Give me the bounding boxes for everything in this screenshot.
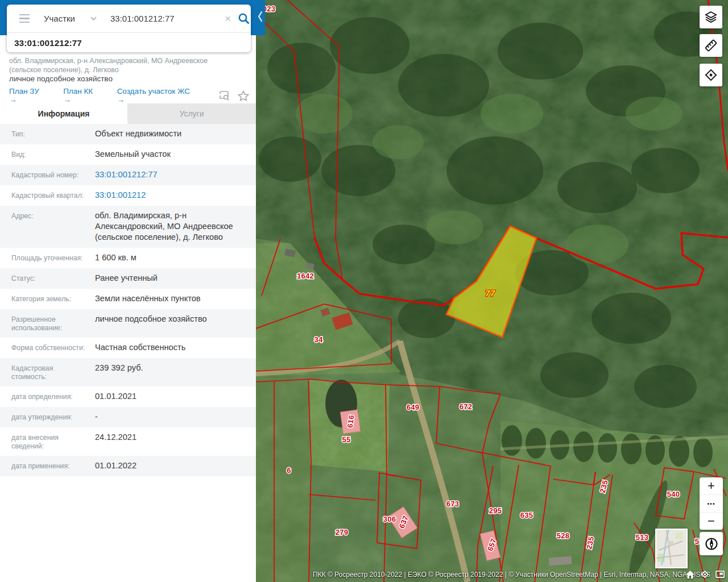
zoom-more-button[interactable]: ••• [700,494,723,513]
zoom-controls: + ••• − [700,477,723,530]
detail-label: Категория земель: [11,289,95,309]
detail-value: Земельный участок [95,144,247,165]
search-icon[interactable] [238,13,250,25]
detail-row: Статус:Ранее учтенный [0,268,256,289]
search-result-item[interactable]: 33:01:001212:77 [7,33,251,48]
map-canvas[interactable]: 0231642346165564967277667330663727929563… [256,0,728,582]
search-category[interactable]: Участки [44,14,75,23]
chevron-down-icon[interactable] [90,16,97,20]
detail-row: дата определения:01.01.2021 [0,386,256,407]
detail-row: Площадь уточненная:1 600 кв. м [0,248,256,268]
detail-row: Разрешенное использование:личное подсобн… [0,309,256,338]
detail-label: Кадастровый номер: [11,165,95,185]
compass-button[interactable] [700,532,723,555]
parcel-label: 672 [460,402,473,411]
create-parcel-link[interactable]: Создать участок ЖС → [117,87,194,104]
detail-value: Частная собственность [95,338,247,358]
detail-value: обл. Владимирская, р-н Александровский, … [95,206,247,248]
detail-value: - [95,407,247,427]
detail-row: дата утверждения:- [0,407,256,427]
detail-label: дата определения: [11,387,95,406]
favorite-star-icon[interactable] [238,90,249,101]
detail-value: личное подсобное хозяйство [95,309,247,330]
home-icon[interactable] [686,571,694,579]
detail-value: 24.12.2021 [95,427,247,448]
detail-label: Кадастровая стоимость: [11,359,95,386]
locate-object-button[interactable] [700,64,722,86]
parcel-label: 649 [407,403,420,411]
minimap[interactable] [655,529,688,568]
shed [549,556,572,566]
detail-row: Кадастровая стоимость:239 392 руб. [0,358,256,386]
detail-row: Вид:Земельный участок [0,144,256,165]
map-attribution: ПКК © Росреестр 2010-2022 | ЕЭКО © Росре… [313,571,710,579]
plan-kk-link[interactable]: План КК → [63,87,100,104]
parcel-label: 540 [667,490,680,498]
panel-tabs: Информация Услуги [0,103,256,124]
result-usage: личное подсобное хозяйство [9,74,113,83]
detail-label: Статус: [11,269,95,288]
detail-label: Тип: [11,124,95,144]
detail-label: дата утверждения: [11,408,95,427]
detail-value: 1 600 кв. м [95,248,247,268]
detail-value: 01.01.2021 [95,386,247,407]
detail-row: Кадастровый квартал:33:01:001212 [0,185,256,206]
detail-row: Форма собственности:Частная собственност… [0,338,256,358]
search-card: Участки × 33:01:001212:77 [7,5,251,52]
search-input[interactable] [109,13,225,24]
parcel-label: 306 [383,515,396,523]
detail-value-link[interactable]: 33:01:001212:77 [95,165,247,185]
zoom-out-button[interactable]: − [700,513,723,530]
parcel-label: 616 [346,414,356,428]
parcel-label: 34 [314,335,323,344]
detail-label: дата применения: [11,456,95,476]
parcel-label: 673 [446,500,460,508]
measure-button[interactable] [700,34,722,57]
parcel-label: 635 [520,511,533,519]
detail-label: Адрес: [11,206,95,226]
action-links: План ЗУ → План КК → Создать участок ЖС → [9,87,249,104]
details-table: Тип:Объект недвижимостиВид:Земельный уча… [0,124,256,476]
detail-label: Разрешенное использование: [11,310,95,338]
detail-label: Кадастровый квартал: [11,186,95,205]
menu-icon[interactable] [19,14,30,23]
detail-label: Площадь уточненная: [11,248,95,268]
tab-information[interactable]: Информация [0,103,127,124]
parcel-label: 55 [342,435,350,444]
detail-label: дата внесения сведений: [11,428,95,456]
detail-row: Кадастровый номер:33:01:001212:77 [0,165,256,185]
detail-value: Земли населённых пунктов [95,289,247,309]
plan-zu-link[interactable]: План ЗУ → [9,87,46,104]
detail-value-link[interactable]: 33:01:001212 [95,185,247,206]
parcel-label: 279 [336,528,349,537]
parcel-label: 513 [636,533,649,542]
detail-value: Ранее учтенный [95,268,247,289]
layers-button[interactable] [700,6,722,28]
detail-row: дата внесения сведений:24.12.2021 [0,427,256,456]
detail-value: 239 392 руб. [95,358,247,379]
fullscreen-icon[interactable] [715,571,725,578]
detail-row: Категория земель:Земли населённых пункто… [0,289,256,309]
detail-value: 01.01.2022 [95,456,247,476]
detail-row: дата применения:01.01.2022 [0,456,256,476]
info-panel: обл. Владимирская, р-н Александровский, … [0,0,256,582]
zoom-in-button[interactable]: + [700,477,723,494]
detail-label: Вид: [11,145,95,164]
collapse-panel-button[interactable] [256,8,264,25]
parcel-label: 1642 [297,272,314,280]
parcel-label: 6 [287,466,291,475]
parcel-label: 528 [557,531,570,540]
detail-label: Форма собственности: [11,338,95,357]
selected-parcel-label: 77 [485,288,495,298]
satellite-map[interactable]: 0231642346165564967277667330663727929563… [256,0,728,582]
detail-row: Адрес:обл. Владимирская, р-н Александров… [0,206,256,248]
preview-document-icon[interactable] [219,90,230,101]
tab-services[interactable]: Услуги [127,103,256,124]
result-address: обл. Владимирская, р-н Александровский, … [9,57,239,74]
position-marker-icon[interactable] [701,570,709,579]
detail-value: Объект недвижимости [95,124,247,144]
detail-row: Тип:Объект недвижимости [0,124,256,144]
parcel-label: 295 [489,506,502,515]
clear-search-icon[interactable]: × [225,13,231,25]
